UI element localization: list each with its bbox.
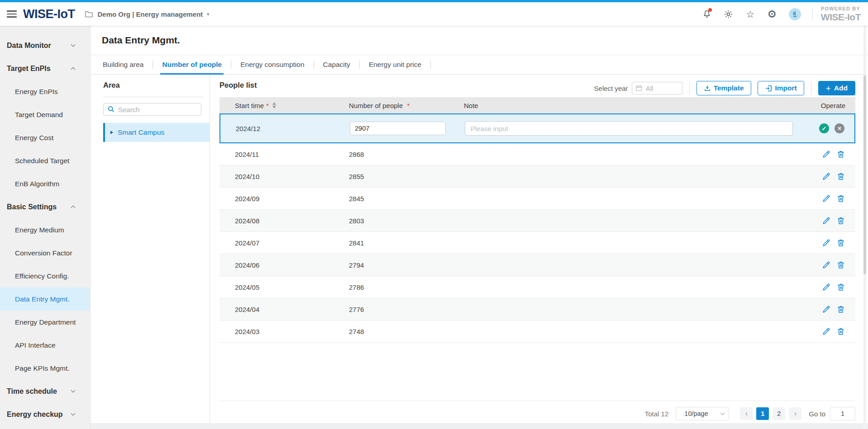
delete-trash-icon[interactable] <box>836 327 845 336</box>
edit-pencil-icon[interactable] <box>822 260 831 269</box>
sidebar-item-data-monitor[interactable]: Data Monitor <box>0 34 90 57</box>
notification-dot <box>708 8 712 12</box>
prev-page-button[interactable]: ‹ <box>740 407 753 420</box>
brightness-icon <box>724 9 733 19</box>
select-year-label: Select year <box>594 85 628 92</box>
tree-item-smart-campus[interactable]: Smart Campus <box>103 123 210 142</box>
tab-building-area[interactable]: Building area <box>102 55 144 75</box>
sidebar-item-target-enpis[interactable]: Target EnPIs <box>0 57 90 80</box>
sidebar-item-efficiency-config[interactable]: Efficiency Config. <box>0 264 90 288</box>
delete-trash-icon[interactable] <box>836 260 845 269</box>
next-page-button[interactable]: › <box>789 407 801 420</box>
sidebar-item-data-entry-mgmt[interactable]: Data Entry Mgmt. <box>0 288 90 311</box>
goto-label: Go to <box>809 410 825 418</box>
divider <box>231 61 231 69</box>
settings-button[interactable]: ⚙ <box>767 9 777 19</box>
edit-pencil-icon[interactable] <box>822 150 831 159</box>
table-row: 2024/04 2776 <box>219 298 855 321</box>
page-2-button[interactable]: 2 <box>773 407 785 420</box>
number-cell: 2845 <box>349 195 464 203</box>
hamburger-menu-icon[interactable] <box>7 9 17 19</box>
sidebar-item-energy-enpis[interactable]: Energy EnPIs <box>0 80 90 103</box>
notifications-button[interactable] <box>702 9 712 19</box>
edit-pencil-icon[interactable] <box>822 194 831 203</box>
delete-trash-icon[interactable] <box>836 305 845 314</box>
sort-icon[interactable] <box>272 102 276 108</box>
table-header: Start time * Number of people * Note Ope… <box>219 97 855 113</box>
column-note: Note <box>464 102 806 109</box>
tab-energy-unit-price[interactable]: Energy unit price <box>368 55 422 75</box>
divider <box>430 61 431 69</box>
sidebar-item-target-demand[interactable]: Target Demand <box>0 103 90 126</box>
org-switcher[interactable]: Demo Org | Energy management ▾ <box>85 10 209 18</box>
avatar[interactable] <box>789 8 801 20</box>
sidebar-item-energy-medium[interactable]: Energy Medium <box>0 218 90 241</box>
sidebar-item-page-kpis-mgmt[interactable]: Page KPIs Mgmt. <box>0 357 90 380</box>
import-icon <box>765 85 773 92</box>
delete-trash-icon[interactable] <box>836 172 845 181</box>
sidebar-item-conversion-factor[interactable]: Conversion Factor <box>0 241 90 264</box>
add-button[interactable]: + Add <box>818 81 855 95</box>
cancel-icon[interactable]: × <box>835 123 844 133</box>
note-input[interactable] <box>465 121 793 136</box>
chevron-down-icon <box>71 388 76 393</box>
start-time-cell: 2024/03 <box>219 328 349 335</box>
page-title: Data Entry Mgmt. <box>102 35 180 46</box>
total-count: Total 12 <box>645 410 669 418</box>
number-cell: 2855 <box>349 173 464 180</box>
table-row: 2024/06 2794 <box>219 254 855 276</box>
sidebar-item-enb-algorithm[interactable]: EnB Algorithm <box>0 172 90 195</box>
page-size-select[interactable]: 10/page <box>676 407 729 420</box>
folder-icon <box>85 10 93 18</box>
sidebar-item-scheduled-target[interactable]: Scheduled Target <box>0 149 90 172</box>
table-row: 2024/10 2855 <box>219 165 855 188</box>
edit-pencil-icon[interactable] <box>822 172 831 181</box>
delete-trash-icon[interactable] <box>836 216 845 225</box>
search-icon <box>107 105 115 113</box>
divider <box>811 82 811 94</box>
sidebar-item-energy-checkup[interactable]: Energy checkup <box>0 403 90 426</box>
sidebar-item-api-interface[interactable]: API Interface <box>0 334 90 357</box>
start-time-cell: 2024/05 <box>219 283 349 291</box>
tab-capacity[interactable]: Capacity <box>322 55 351 75</box>
number-of-people-input[interactable] <box>350 122 446 135</box>
org-label: Demo Org | Energy management <box>97 10 203 18</box>
scrollbar-track[interactable] <box>863 26 866 429</box>
plus-icon: + <box>826 84 831 93</box>
chevron-down-icon <box>71 411 76 416</box>
chevron-right-icon: › <box>794 410 796 418</box>
tree-caret-icon[interactable] <box>110 131 113 134</box>
sidebar-item-basic-settings[interactable]: Basic Settings <box>0 195 90 218</box>
edit-pencil-icon[interactable] <box>822 305 831 314</box>
page-1-button[interactable]: 1 <box>756 407 769 420</box>
delete-trash-icon[interactable] <box>836 150 845 159</box>
edit-pencil-icon[interactable] <box>822 216 831 225</box>
tab-number-of-people[interactable]: Number of people <box>161 55 223 75</box>
sidebar-item-energy-department[interactable]: Energy Department <box>0 311 90 334</box>
delete-trash-icon[interactable] <box>836 238 845 247</box>
delete-trash-icon[interactable] <box>836 283 845 292</box>
search-input[interactable] <box>103 103 201 116</box>
edit-pencil-icon[interactable] <box>822 327 831 336</box>
table-body: 2024/11 2868 2024/10 2855 <box>219 143 855 343</box>
column-start-time: Start time * <box>219 102 349 109</box>
tree-item-label: Smart Campus <box>118 128 164 137</box>
sidebar-item-time-schedule[interactable]: Time schedule <box>0 380 90 403</box>
edit-pencil-icon[interactable] <box>822 283 831 292</box>
area-panel: Area Smart Campus <box>91 75 210 423</box>
goto-page-input[interactable] <box>830 407 855 420</box>
brightness-button[interactable] <box>724 9 734 19</box>
confirm-icon[interactable]: ✓ <box>819 123 829 133</box>
scrollbar-thumb[interactable] <box>863 75 866 274</box>
sidebar-item-energy-cost[interactable]: Energy Cost <box>0 126 90 149</box>
template-button[interactable]: Template <box>696 81 751 95</box>
delete-trash-icon[interactable] <box>836 194 845 203</box>
tab-energy-consumption[interactable]: Energy consumption <box>239 55 305 75</box>
people-list-panel: People list Select year All <box>210 75 868 423</box>
import-button[interactable]: Import <box>758 81 804 95</box>
start-time-cell: 2024/10 <box>219 173 349 180</box>
edit-pencil-icon[interactable] <box>822 238 831 247</box>
favorites-button[interactable]: ☆ <box>745 9 755 19</box>
select-year-dropdown[interactable]: All <box>632 82 682 94</box>
top-accent-strip <box>0 0 868 2</box>
